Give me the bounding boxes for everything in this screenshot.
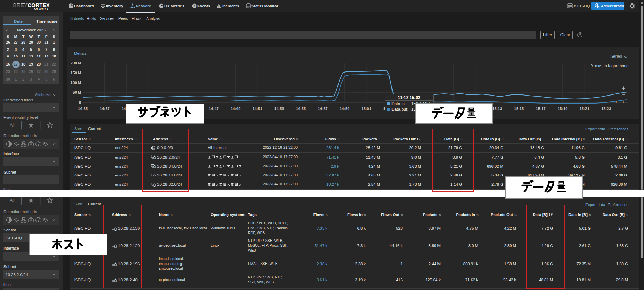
svg-text:15:17: 15:17 <box>536 107 546 111</box>
svg-text:15:23: 15:23 <box>601 107 611 111</box>
svg-text:100 M: 100 M <box>70 81 81 85</box>
svg-text:15:19: 15:19 <box>558 107 567 111</box>
svg-text:50 M: 50 M <box>73 90 81 94</box>
svg-text:14:51: 14:51 <box>253 107 262 111</box>
svg-text:14:53: 14:53 <box>274 107 284 111</box>
svg-text:200 M: 200 M <box>70 61 81 65</box>
svg-text:14:37: 14:37 <box>100 107 110 111</box>
svg-text:0: 0 <box>79 100 81 105</box>
svg-text:15:13: 15:13 <box>492 107 502 111</box>
svg-text:14:49: 14:49 <box>231 107 240 111</box>
svg-text:14:47: 14:47 <box>209 107 219 111</box>
svg-text:150 M: 150 M <box>70 71 81 75</box>
svg-text:15:21: 15:21 <box>580 107 589 111</box>
svg-text:14:35: 14:35 <box>78 107 88 111</box>
svg-text:15:15: 15:15 <box>514 107 524 111</box>
